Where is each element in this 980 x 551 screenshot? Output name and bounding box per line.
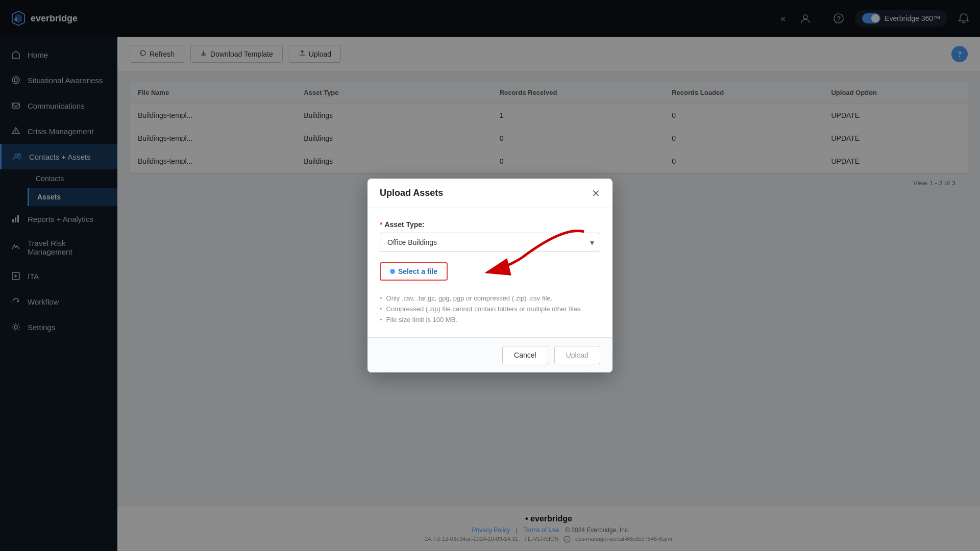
select-file-label: Select a file	[398, 267, 437, 276]
select-file-wrapper: Select a file	[380, 262, 448, 289]
asset-type-label: * Asset Type:	[380, 220, 600, 229]
modal-overlay[interactable]: Upload Assets ✕ * Asset Type: Office Bui…	[0, 0, 980, 551]
file-hint-item: Compressed (.zip) file cannot contain fo…	[380, 304, 600, 314]
cancel-button[interactable]: Cancel	[502, 346, 548, 364]
modal-body: * Asset Type: Office Buildings Buildings…	[368, 208, 612, 337]
select-file-button[interactable]: Select a file	[380, 262, 448, 281]
file-hints-list: Only .csv, .tar.gz, gpg, pgp or compress…	[380, 293, 600, 325]
asset-type-select[interactable]: Office Buildings Buildings Equipment Veh…	[380, 233, 600, 252]
asset-type-select-wrapper: Office Buildings Buildings Equipment Veh…	[380, 233, 600, 252]
upload-assets-modal: Upload Assets ✕ * Asset Type: Office Bui…	[368, 179, 612, 372]
modal-upload-button[interactable]: Upload	[554, 346, 600, 364]
file-hints-container: Only .csv, .tar.gz, gpg, pgp or compress…	[380, 293, 600, 325]
required-marker: *	[380, 220, 382, 229]
modal-header: Upload Assets ✕	[368, 179, 612, 208]
file-hint-item: Only .csv, .tar.gz, gpg, pgp or compress…	[380, 293, 600, 304]
modal-footer: Cancel Upload	[368, 337, 612, 372]
asset-type-label-text: Asset Type:	[384, 220, 424, 229]
file-hint-item: File size limit is 100 MB.	[380, 314, 600, 325]
file-dot-icon	[390, 269, 395, 274]
modal-close-button[interactable]: ✕	[592, 188, 600, 198]
modal-title: Upload Assets	[380, 188, 443, 198]
